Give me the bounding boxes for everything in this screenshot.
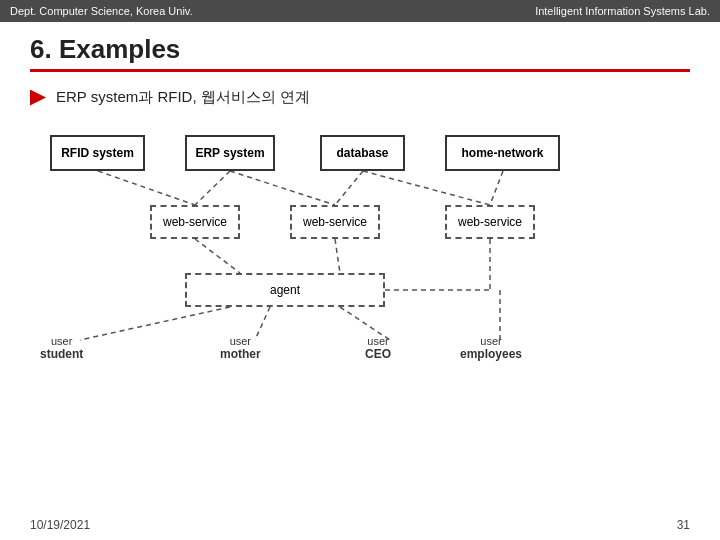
box-rfid: RFID system [50,135,145,171]
svg-line-10 [80,307,230,340]
svg-line-2 [230,171,335,205]
header-left: Dept. Computer Science, Korea Univ. [10,5,193,17]
svg-line-6 [195,239,240,273]
box-database: database [320,135,405,171]
svg-line-4 [363,171,490,205]
footer-date: 10/19/2021 [30,518,90,532]
section-label: ERP system과 RFID, 웹서비스의 연계 [56,88,310,107]
box-erp: ERP system [185,135,275,171]
svg-line-1 [195,171,230,205]
svg-line-3 [335,171,363,205]
header-right: Intelligent Information Systems Lab. [535,5,710,17]
box-webservice-1: web-service [150,205,240,239]
header-bar: Dept. Computer Science, Korea Univ. Inte… [0,0,720,22]
page-title: 6. Examples [0,22,720,69]
box-webservice-3: web-service [445,205,535,239]
box-webservice-2: web-service [290,205,380,239]
box-home-network: home-network [445,135,560,171]
svg-line-0 [98,171,195,205]
bullet-icon [30,90,46,106]
user-student: user student [40,335,83,361]
svg-line-7 [335,239,340,273]
title-underline [30,69,690,72]
footer-page: 31 [677,518,690,532]
diagram: RFID system ERP system database home-net… [30,125,690,425]
box-agent: agent [185,273,385,307]
user-mother: user mother [220,335,261,361]
section-header: ERP system과 RFID, 웹서비스의 연계 [0,88,720,125]
svg-line-5 [490,171,503,205]
footer: 10/19/2021 31 [0,518,720,532]
user-employees: user employees [460,335,522,361]
user-ceo: user CEO [365,335,391,361]
